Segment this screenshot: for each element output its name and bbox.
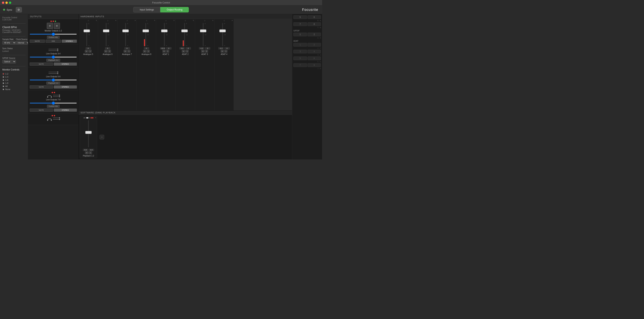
add-channel-button[interactable]: + [100,135,104,139]
main-layout: Focusrite Control 3.18.0.204 Clarett 8Pr… [0,14,322,159]
output-volume-slider-7-8[interactable] [30,103,77,104]
monitor-option-1-8[interactable]: 1-8 [2,82,26,84]
routing-spdif-1[interactable]: 1 [294,33,307,36]
monitor-option-all[interactable]: All [2,85,26,87]
focusrite-logo: Focusrite [302,8,318,12]
minimize-button[interactable] [6,2,8,4]
level-input-sw-r[interactable] [89,149,94,151]
stereo-button-7-8[interactable]: STEREO [54,109,77,112]
routing-analog-7[interactable]: 7 [294,22,307,26]
close-adat1[interactable]: × [174,20,175,22]
mute-button-5-6[interactable]: MUTE [30,85,53,89]
monitor-option-1-2[interactable]: 1-2 [2,73,26,75]
sample-rate-select[interactable]: 48 kHz 44.1 kHz 96 kHz [2,41,16,45]
m-btn-adat4[interactable]: M [220,50,224,53]
output-volume-slider-5-6[interactable] [30,80,77,80]
m-btn-a5[interactable]: M [85,50,88,53]
close-adat3[interactable]: × [212,20,214,22]
fader-knob-adat2[interactable] [182,30,188,32]
stereo-button-3-4[interactable]: STEREO [54,63,77,66]
monitor-option-1-6[interactable]: 1-6 [2,79,26,81]
level-input-adat2[interactable] [180,47,185,50]
s-btn-adat3[interactable]: S [205,50,208,53]
s-btn-adat1[interactable]: S [166,50,169,53]
close-analogue5[interactable]: × [96,20,97,22]
routing-adat-2[interactable]: 2 [308,43,321,47]
routing-adat-8[interactable]: 8 [308,63,321,67]
output-source-btn-5-6[interactable]: Playback 5-6 [46,82,60,85]
m-btn-a8[interactable]: M [143,50,146,53]
close-analogue6[interactable]: × [115,20,116,22]
fader-knob-a6[interactable] [103,30,109,32]
output-source-btn-7-8[interactable]: Custom Mix [47,105,60,108]
level-input-adat2b[interactable] [186,47,191,50]
fader-knob-adat1[interactable] [161,30,168,32]
close-adat2[interactable]: × [193,20,194,22]
routing-adat-6[interactable]: 6 [308,57,321,60]
maximize-button[interactable] [9,2,11,4]
level-input-adat1b[interactable] [166,47,172,50]
fader-knob-adat4[interactable] [220,30,226,32]
output-volume-slider-3-4[interactable] [30,57,77,58]
clock-source-select[interactable]: Internal External [16,41,28,45]
mute-button-1-2[interactable]: MUTE [30,40,45,43]
level-input-adat3b[interactable] [205,47,210,50]
s-btn-a5[interactable]: S [88,50,92,53]
s-btn-adat2[interactable]: S [186,50,188,53]
s-btn-a7[interactable]: S [127,50,130,53]
level-input-adat3[interactable] [199,47,204,50]
output-volume-slider-1-2[interactable] [30,34,77,35]
routing-analog-8[interactable]: 8 [308,22,321,26]
tab-output-routing[interactable]: Output Routing [160,7,189,13]
close-sw-1-2[interactable]: × [95,117,96,119]
level-input-adat1[interactable] [160,47,166,50]
level-input-adat4[interactable] [218,47,224,50]
m-btn-adat1[interactable]: M [162,50,166,53]
settings-gear-button[interactable]: ⚙ [16,7,22,13]
output-source-btn-3-4[interactable]: Playback 3-4 [46,59,60,62]
monitor-option-none[interactable]: None [2,88,26,91]
routing-adat-5[interactable]: 5 [294,57,307,60]
fader-knob-a5[interactable] [84,30,90,32]
sw-mini-fader[interactable] [85,117,90,118]
s-btn-adat4[interactable]: S [224,50,228,53]
monitor-option-1-4[interactable]: 1-4 [2,76,26,78]
routing-adat-1[interactable]: 1 [294,43,307,47]
routing-spdif-2[interactable]: 2 [308,33,321,36]
output-source-btn-1-2[interactable]: Custom Mix [47,36,60,39]
m-btn-sw-1-2[interactable]: M [85,151,88,154]
m-btn-a7[interactable]: M [124,50,127,53]
level-input-sw-l[interactable] [83,149,88,151]
fader-knob-a8[interactable] [142,30,149,32]
mute-button-7-8[interactable]: MUTE [30,109,53,112]
spdif-source-select[interactable]: Optical Coaxial [2,60,16,64]
level-input-a5[interactable] [86,47,91,50]
tab-input-settings[interactable]: Input Settings [133,7,160,13]
close-analogue8[interactable]: × [154,20,155,22]
s-btn-a6[interactable]: S [108,50,111,53]
level-input-a8[interactable] [144,47,149,50]
m-btn-adat3[interactable]: M [201,50,205,53]
mute-button-3-4[interactable]: MUTE [30,63,53,66]
fader-knob-a7[interactable] [122,30,129,32]
s-btn-a8[interactable]: S [147,50,150,53]
level-input-a7[interactable] [124,47,130,50]
close-button[interactable] [2,2,4,4]
s-btn-sw-1-2[interactable]: S [89,151,92,154]
level-input-a6[interactable] [105,47,110,50]
stereo-button-5-6[interactable]: STEREO [54,85,77,89]
m-btn-a6[interactable]: M [104,50,108,53]
dim-button-1-2[interactable]: DIM [46,40,61,43]
routing-adat-3[interactable]: 3 [294,50,307,53]
level-input-adat4b[interactable] [224,47,230,50]
fader-knob-adat3[interactable] [200,30,206,32]
routing-adat-7[interactable]: 7 [294,63,307,67]
routing-analog-5[interactable]: 5 [294,15,307,19]
close-adat4[interactable]: × [232,20,233,22]
stereo-button-1-2[interactable]: STEREO [62,40,77,43]
routing-analog-6[interactable]: 6 [308,15,321,19]
sw-fader-knob-1-2[interactable] [86,131,92,134]
close-analogue7[interactable]: × [135,20,136,22]
routing-adat-4[interactable]: 4 [308,50,321,53]
m-btn-adat2[interactable]: M [182,50,185,53]
